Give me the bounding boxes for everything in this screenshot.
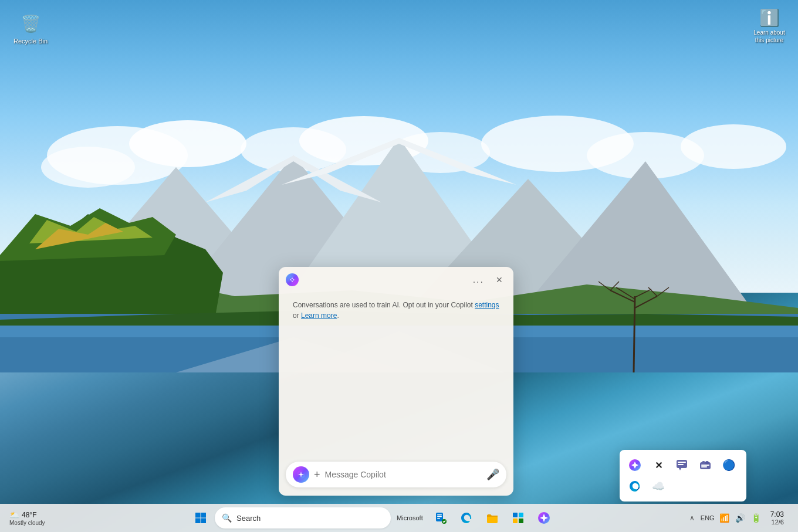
svg-rect-48 (201, 513, 207, 518)
learn-label: Learn aboutthis picture (751, 29, 787, 44)
system-icons: ENG 📶 🔊 🔋 (699, 511, 763, 525)
taskbar: 🌥️ 48°F Mostly cloudy 🔍 Search (0, 504, 798, 532)
taskbar-app-store[interactable] (506, 506, 530, 530)
svg-rect-47 (195, 513, 201, 518)
tray-teams-chat-icon[interactable] (674, 457, 690, 473)
copilot-content-area: Conversations are used to train AI. Opt … (279, 290, 513, 456)
taskbar-app-edge[interactable] (455, 506, 478, 530)
copilot-menu-button[interactable]: ... (469, 273, 488, 286)
svg-rect-53 (437, 516, 442, 517)
svg-point-2 (41, 147, 135, 188)
edge-icon (460, 511, 473, 524)
svg-point-8 (681, 124, 786, 169)
search-bar[interactable]: 🔍 Search (215, 507, 391, 528)
svg-rect-57 (513, 513, 518, 517)
wifi-icon[interactable]: 📶 (717, 511, 732, 525)
recycle-bin-icon[interactable]: 🗑️ Recycle Bin (9, 9, 52, 48)
start-button[interactable] (189, 506, 212, 530)
taskbar-app-file-history[interactable] (429, 506, 452, 530)
system-tray-popup: ✕ 🔵 (620, 450, 746, 501)
svg-rect-49 (195, 519, 201, 524)
ms-store-icon (512, 511, 525, 524)
taskbar-app-copilot[interactable] (532, 506, 556, 530)
svg-rect-46 (701, 466, 707, 467)
copilot-titlebar: ... ✕ (279, 267, 513, 290)
taskbar-right: ∧ ENG 📶 🔊 🔋 7:03 12/6 (687, 508, 793, 528)
copilot-window-controls: ... ✕ (469, 273, 506, 286)
weather-description: Mostly cloudy (9, 520, 53, 526)
copilot-learn-more-link[interactable]: Learn more (301, 311, 337, 320)
windows-logo-icon (195, 512, 207, 524)
clock-time: 7:03 (770, 510, 784, 519)
tray-edge-icon[interactable] (627, 478, 643, 494)
learn-icon: ℹ️ (751, 8, 787, 28)
tray-teams-icon[interactable] (697, 457, 714, 473)
svg-point-35 (288, 276, 296, 284)
file-history-icon (434, 511, 447, 524)
copilot-window: ... ✕ Conversations are used to train AI… (279, 267, 513, 496)
weather-icon: 🌥️ (9, 510, 19, 520)
svg-rect-40 (678, 464, 684, 465)
taskbar-app-file-explorer[interactable] (481, 506, 504, 530)
weather-temp: 🌥️ 48°F (9, 510, 53, 520)
svg-rect-60 (519, 519, 523, 523)
svg-rect-59 (513, 519, 518, 523)
svg-rect-54 (437, 518, 440, 519)
battery-icon[interactable]: 🔋 (749, 511, 763, 525)
tray-onedrive-icon[interactable]: ☁️ (650, 478, 667, 494)
clock-area[interactable]: 7:03 12/6 (766, 508, 789, 528)
copilot-taskbar-icon (537, 511, 550, 524)
recycle-bin-label: Recycle Bin (13, 38, 48, 45)
copilot-input-container: + 🎤 (286, 462, 506, 487)
svg-point-43 (702, 461, 705, 465)
tray-bluetooth-icon[interactable]: 🔵 (721, 457, 737, 473)
search-text: Search (236, 514, 261, 523)
svg-rect-58 (519, 513, 523, 517)
copilot-privacy-notice: Conversations are used to train AI. Opt … (293, 300, 499, 321)
tray-twitter-icon[interactable]: ✕ (650, 457, 667, 473)
search-icon: 🔍 (222, 513, 232, 523)
volume-icon[interactable]: 🔊 (733, 511, 748, 525)
microsoft-taskbar-button[interactable]: Microsoft (393, 512, 427, 524)
svg-line-26 (634, 296, 635, 372)
desktop: 🗑️ Recycle Bin ℹ️ Learn aboutthis pictur… (0, 0, 798, 532)
copilot-spark-icon (293, 466, 309, 483)
system-tray-expand-button[interactable]: ∧ (687, 511, 697, 524)
copilot-settings-link[interactable]: settings (475, 301, 499, 309)
copilot-microphone-button[interactable]: 🎤 (486, 468, 499, 481)
copilot-message-input[interactable] (325, 470, 482, 479)
tray-copilot-icon[interactable] (627, 457, 643, 473)
copilot-logo-icon (286, 273, 299, 286)
copilot-plus-button[interactable]: + (314, 469, 320, 481)
svg-rect-39 (678, 462, 686, 463)
svg-rect-45 (701, 465, 709, 466)
weather-widget[interactable]: 🌥️ 48°F Mostly cloudy (5, 508, 58, 528)
copilot-input-area: + 🎤 (279, 456, 513, 496)
taskbar-center: 🔍 Search Microsoft (58, 506, 687, 530)
svg-marker-41 (679, 468, 681, 470)
file-explorer-icon (486, 511, 499, 524)
copilot-close-button[interactable]: ✕ (492, 274, 506, 286)
svg-point-1 (129, 120, 246, 167)
svg-rect-52 (437, 514, 442, 516)
learn-about-picture-button[interactable]: ℹ️ Learn aboutthis picture (749, 6, 790, 46)
svg-point-44 (705, 461, 709, 465)
language-button[interactable]: ENG (699, 512, 716, 524)
clock-date: 12/6 (772, 519, 784, 526)
svg-rect-50 (201, 519, 207, 524)
recycle-bin-image: 🗑️ (19, 12, 42, 35)
